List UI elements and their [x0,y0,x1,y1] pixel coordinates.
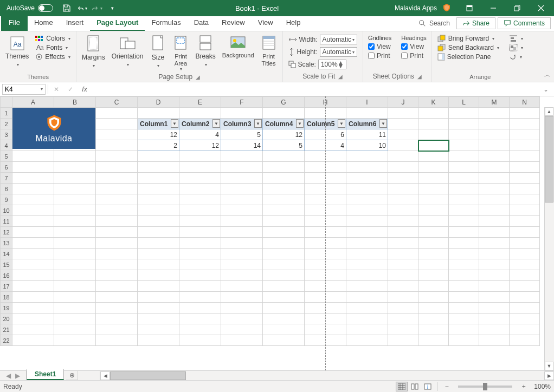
cell[interactable] [179,205,221,216]
cell[interactable] [449,227,479,238]
cell[interactable] [12,303,54,313]
cell[interactable] [418,194,449,205]
cell[interactable] [179,162,221,173]
cell[interactable] [388,281,418,292]
tab-help[interactable]: Help [280,16,307,31]
cell[interactable] [179,249,221,259]
cell[interactable] [96,119,138,129]
cell[interactable] [138,313,179,324]
filter-dropdown-icon[interactable]: ▼ [338,119,345,128]
cell[interactable] [12,238,54,249]
cell[interactable] [96,259,138,270]
cell[interactable] [479,292,510,303]
cell[interactable] [221,303,263,313]
cell[interactable] [96,140,138,151]
cell[interactable] [479,227,510,238]
tab-data[interactable]: Data [188,16,215,31]
zoom-in-icon[interactable]: + [518,382,530,391]
cell[interactable]: Column1▼ [138,119,179,129]
cell[interactable] [12,313,54,324]
cell[interactable] [263,184,305,194]
ribbon-options-icon[interactable] [459,1,480,15]
cell[interactable] [179,227,221,238]
cell[interactable] [479,194,510,205]
autosave-toggle[interactable]: AutoSave [2,4,57,12]
cell[interactable] [96,313,138,324]
cell[interactable] [96,162,138,173]
cell[interactable] [305,259,346,270]
cell[interactable] [388,335,418,346]
printarea-button[interactable]: Print Area▾ [169,34,192,73]
row-header[interactable]: 12 [1,227,12,238]
cell[interactable] [510,194,540,205]
cell[interactable] [54,270,96,281]
cell[interactable] [510,216,540,227]
new-sheet-button[interactable]: ⊕ [66,370,78,380]
cell[interactable] [449,313,479,324]
tab-home[interactable]: Home [28,16,60,31]
cell[interactable] [449,259,479,270]
cell[interactable] [179,324,221,335]
cell[interactable] [138,151,179,162]
cell[interactable] [510,249,540,259]
cell[interactable] [449,281,479,292]
col-header[interactable]: G [263,97,305,108]
cell[interactable] [179,151,221,162]
row-header[interactable]: 21 [1,324,12,335]
cell[interactable] [418,151,449,162]
cell[interactable] [418,205,449,216]
cell[interactable] [12,151,54,162]
close-icon[interactable] [530,1,552,15]
themes-button[interactable]: Aa Themes▾ [2,34,32,68]
cell[interactable] [138,173,179,184]
fx-icon[interactable]: fx [79,84,91,95]
cell[interactable] [479,173,510,184]
filter-dropdown-icon[interactable]: ▼ [171,119,178,128]
cell[interactable] [418,108,449,119]
cell[interactable]: Column5▼ [305,119,346,129]
cell[interactable] [388,205,418,216]
cell[interactable] [346,238,388,249]
row-header[interactable]: 5 [1,151,12,162]
cell[interactable] [263,292,305,303]
cell[interactable] [221,162,263,173]
row-header[interactable]: 20 [1,313,12,324]
cell[interactable] [388,216,418,227]
cell[interactable] [96,173,138,184]
zoom-level[interactable]: 100% [534,383,551,390]
cell[interactable] [510,173,540,184]
cell[interactable] [346,249,388,259]
row-header[interactable]: 18 [1,292,12,303]
cell[interactable] [346,205,388,216]
cell[interactable] [449,238,479,249]
cell[interactable] [510,303,540,313]
cell[interactable] [449,216,479,227]
save-icon[interactable] [60,1,74,15]
cell[interactable] [263,151,305,162]
cell[interactable] [138,216,179,227]
cell[interactable] [418,216,449,227]
cell[interactable] [12,184,54,194]
cell[interactable] [96,194,138,205]
enter-formula-icon[interactable]: ✓ [65,84,76,95]
cancel-formula-icon[interactable]: ✕ [50,84,62,95]
cell[interactable] [12,249,54,259]
col-header[interactable]: K [418,97,449,108]
cell[interactable] [179,184,221,194]
cell[interactable] [449,335,479,346]
cell[interactable] [305,173,346,184]
cell[interactable] [54,173,96,184]
cell[interactable] [12,324,54,335]
cell[interactable] [510,292,540,303]
cell[interactable]: 11 [346,129,388,140]
cell[interactable]: 12 [138,129,179,140]
cell[interactable] [479,129,510,140]
cell[interactable] [54,151,96,162]
cell[interactable] [418,335,449,346]
col-header[interactable]: F [221,97,263,108]
background-button[interactable]: Background [219,34,257,60]
col-header[interactable]: J [388,97,418,108]
cell[interactable] [479,270,510,281]
cell[interactable] [479,140,510,151]
headings-view-checkbox[interactable]: View [400,42,427,51]
